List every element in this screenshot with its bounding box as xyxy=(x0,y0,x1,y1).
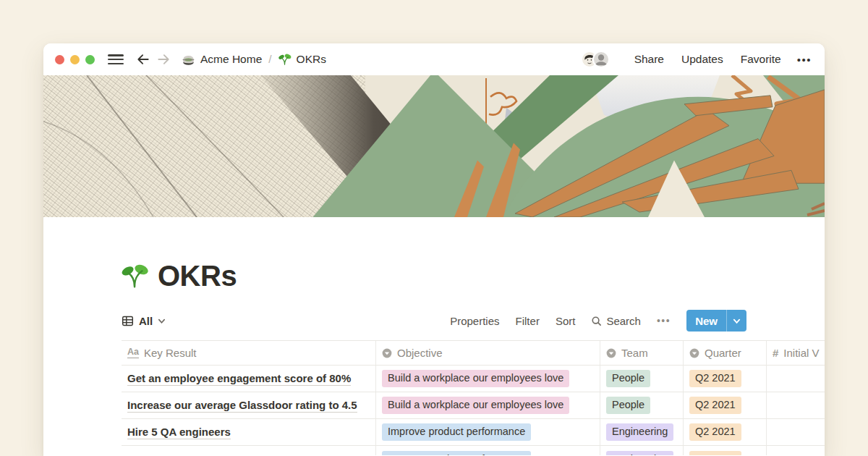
table-row-partial: Improve product performance Engineering … xyxy=(122,446,825,455)
quarter-cell[interactable]: Q2 2021 xyxy=(684,366,767,392)
page-title: OKRs xyxy=(158,260,237,292)
key-result-cell[interactable]: Increase our average Glassdoor rating to… xyxy=(122,392,376,418)
objective-cell[interactable]: Improve product performance xyxy=(376,446,600,455)
titlebar: Acme Home / OKRs xyxy=(43,43,825,75)
chevron-down-icon xyxy=(158,317,166,325)
app-window: Acme Home / OKRs xyxy=(43,43,825,456)
page-header: OKRs xyxy=(122,258,746,294)
quarter-tag[interactable]: Q2 2021 xyxy=(689,370,741,387)
column-label: Key Result xyxy=(144,347,197,359)
search-icon xyxy=(591,316,602,326)
objective-cell[interactable]: Improve product performance xyxy=(376,419,600,445)
column-header-team[interactable]: Team xyxy=(600,341,684,365)
cover-image xyxy=(43,75,825,217)
column-label: Objective xyxy=(397,347,443,359)
breadcrumb-page[interactable]: OKRs xyxy=(297,53,326,66)
quarter-cell[interactable]: Q2 2021 xyxy=(684,446,767,455)
objective-tag[interactable]: Build a workplace our employees love xyxy=(382,397,569,414)
new-button[interactable]: New xyxy=(686,310,746,332)
forward-arrow-icon[interactable] xyxy=(156,51,171,67)
team-tag[interactable]: Engineering xyxy=(606,423,673,441)
column-label: Quarter xyxy=(705,347,741,359)
minimize-window-button[interactable] xyxy=(70,55,80,64)
objective-tag[interactable]: Improve product performance xyxy=(382,423,531,441)
okr-table: Aa Key Result Objective Team Quarter xyxy=(122,340,825,455)
view-toolbar: All Properties Filter Sort Search ••• Ne… xyxy=(122,309,746,332)
properties-button[interactable]: Properties xyxy=(450,315,499,327)
sort-button[interactable]: Sort xyxy=(556,315,576,327)
column-header-key-result[interactable]: Aa Key Result xyxy=(122,341,376,365)
updates-button[interactable]: Updates xyxy=(673,53,732,66)
quarter-tag[interactable]: Q2 2021 xyxy=(689,397,741,414)
close-window-button[interactable] xyxy=(55,55,64,64)
objective-tag[interactable]: Improve product performance xyxy=(382,451,531,455)
more-options-icon[interactable]: ••• xyxy=(790,54,812,66)
share-button[interactable]: Share xyxy=(626,53,673,66)
page-content: OKRs All Properties Filter Sort xyxy=(43,258,825,455)
search-label: Search xyxy=(606,315,641,327)
title-property-icon: Aa xyxy=(127,347,139,359)
view-label: All xyxy=(139,315,153,327)
initial-value-cell[interactable] xyxy=(767,366,825,392)
view-more-options-icon[interactable]: ••• xyxy=(657,315,671,326)
quarter-tag[interactable]: Q2 2021 xyxy=(689,451,741,455)
quarter-cell[interactable]: Q2 2021 xyxy=(684,392,767,418)
toolbar-actions: Properties Filter Sort Search ••• New xyxy=(450,310,746,332)
team-tag[interactable]: People xyxy=(606,370,650,387)
filter-button[interactable]: Filter xyxy=(516,315,540,327)
team-cell[interactable]: People xyxy=(600,392,684,418)
pot-of-food-icon xyxy=(182,53,195,67)
initial-value-cell[interactable] xyxy=(767,446,825,455)
new-button-dropdown[interactable] xyxy=(726,310,746,332)
objective-cell[interactable]: Build a workplace our employees love xyxy=(376,366,600,392)
view-switcher-all[interactable]: All xyxy=(122,315,166,327)
avatar-user-2[interactable] xyxy=(592,51,610,68)
chevron-down-icon xyxy=(733,317,741,325)
key-result-cell[interactable]: Get an employee engagement score of 80% xyxy=(122,366,376,392)
number-property-icon: # xyxy=(773,347,778,359)
objective-cell[interactable]: Build a workplace our employees love xyxy=(376,392,600,418)
key-result-title[interactable]: Hire 5 QA engineers xyxy=(127,426,231,439)
key-result-cell[interactable] xyxy=(122,446,376,455)
breadcrumb: Acme Home / OKRs xyxy=(182,53,326,67)
collaborator-avatars xyxy=(581,51,610,68)
team-cell[interactable]: People xyxy=(600,366,684,392)
breadcrumb-separator: / xyxy=(267,53,273,66)
team-tag[interactable]: Engineering xyxy=(606,451,673,455)
breadcrumb-workspace[interactable]: Acme Home xyxy=(200,53,262,66)
canvas-background: Acme Home / OKRs xyxy=(0,0,868,456)
key-result-cell[interactable]: Hire 5 QA engineers xyxy=(122,419,376,445)
quarter-tag[interactable]: Q2 2021 xyxy=(689,423,741,441)
quarter-cell[interactable]: Q2 2021 xyxy=(684,419,767,445)
team-tag[interactable]: People xyxy=(606,397,650,414)
seedling-icon xyxy=(278,53,292,66)
objective-tag[interactable]: Build a workplace our employees love xyxy=(382,370,569,387)
table-row: Get an employee engagement score of 80% … xyxy=(122,366,825,392)
favorite-button[interactable]: Favorite xyxy=(732,53,790,66)
initial-value-cell[interactable] xyxy=(767,419,825,445)
new-button-label[interactable]: New xyxy=(686,310,726,332)
team-cell[interactable]: Engineering xyxy=(600,446,684,455)
back-arrow-icon[interactable] xyxy=(135,51,151,67)
traffic-lights xyxy=(55,55,95,64)
column-header-objective[interactable]: Objective xyxy=(376,341,600,365)
zoom-window-button[interactable] xyxy=(85,55,95,64)
table-row: Hire 5 QA engineers Improve product perf… xyxy=(122,419,825,446)
column-label: Team xyxy=(621,347,648,359)
column-header-quarter[interactable]: Quarter xyxy=(684,341,767,365)
titlebar-actions: Share Updates Favorite ••• xyxy=(581,51,812,68)
select-property-icon xyxy=(606,348,616,358)
table-grid-icon xyxy=(122,315,134,327)
key-result-title[interactable]: Increase our average Glassdoor rating to… xyxy=(127,399,357,413)
initial-value-cell[interactable] xyxy=(767,392,825,418)
select-property-icon xyxy=(689,348,699,358)
column-header-initial-value[interactable]: # Initial V xyxy=(767,341,825,365)
page-seedling-icon xyxy=(122,262,149,290)
team-cell[interactable]: Engineering xyxy=(600,419,684,445)
sidebar-menu-icon[interactable] xyxy=(108,54,124,64)
select-property-icon xyxy=(382,348,392,358)
table-header-row: Aa Key Result Objective Team Quarter xyxy=(122,341,825,366)
search-button[interactable]: Search xyxy=(591,315,641,327)
key-result-title[interactable]: Get an employee engagement score of 80% xyxy=(127,372,351,386)
column-label: Initial V xyxy=(783,347,819,359)
